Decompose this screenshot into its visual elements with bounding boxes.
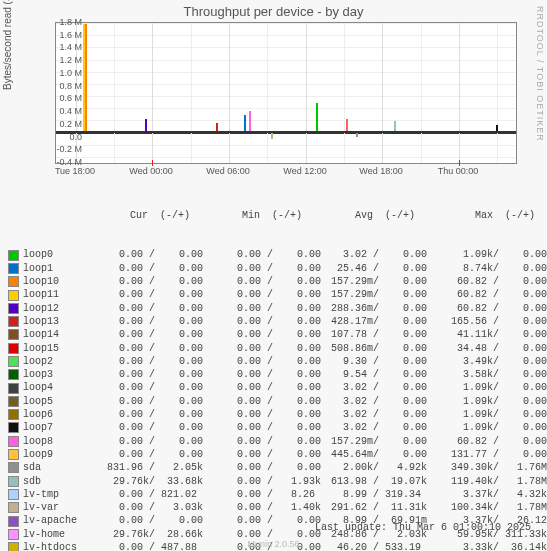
legend-name: loop13 — [23, 315, 101, 328]
col-header-min: Min (-/+) — [219, 209, 325, 222]
legend-avg: 613.98 / 19.07k — [325, 475, 445, 488]
rrdtool-watermark: RRDTOOL / TOBI OETIKER — [535, 6, 545, 142]
legend-swatch — [8, 516, 19, 527]
legend-min: 0.00 / 0.00 — [219, 355, 325, 368]
legend-swatch — [8, 476, 19, 487]
legend-row: lv-var 0.00 / 3.03k 0.00 / 1.40k 291.62 … — [8, 501, 547, 514]
legend-swatch — [8, 276, 19, 287]
legend-row: loop9 0.00 / 0.00 0.00 / 0.00 445.64m/ 0… — [8, 448, 547, 461]
legend-cur: 0.00 / 0.00 — [101, 355, 219, 368]
legend-min: 0.00 / 0.00 — [219, 448, 325, 461]
legend-cur: 0.00 / 0.00 — [101, 288, 219, 301]
legend-row: loop3 0.00 / 0.00 0.00 / 0.00 9.54 / 0.0… — [8, 368, 547, 381]
legend-name: loop4 — [23, 381, 101, 394]
legend-row: loop1 0.00 / 0.00 0.00 / 0.00 25.46 / 0.… — [8, 262, 547, 275]
legend-min: 0.00 / 0.00 — [219, 328, 325, 341]
x-tick-label: Wed 00:00 — [129, 166, 172, 176]
x-tick-label: Wed 12:00 — [283, 166, 326, 176]
legend-max: 1.09k/ 0.00 — [445, 381, 547, 394]
col-header-avg: Avg (-/+) — [325, 209, 445, 222]
legend-avg: 3.02 / 0.00 — [325, 421, 445, 434]
legend-swatch — [8, 316, 19, 327]
col-header-cur: Cur (-/+) — [101, 209, 219, 222]
legend-avg: 107.78 / 0.00 — [325, 328, 445, 341]
legend-min: 0.00 / 0.00 — [219, 408, 325, 421]
legend-cur: 0.00 / 0.00 — [101, 421, 219, 434]
legend-swatch — [8, 409, 19, 420]
legend-avg: 291.62 / 11.31k — [325, 501, 445, 514]
legend-swatch — [8, 396, 19, 407]
legend-swatch — [8, 369, 19, 380]
legend-swatch — [8, 329, 19, 340]
y-tick-label: -0.2 M — [42, 144, 82, 154]
legend-avg: 428.17m/ 0.00 — [325, 315, 445, 328]
legend-cur: 0.00 / 0.00 — [101, 262, 219, 275]
legend-max: 1.09k/ 0.00 — [445, 248, 547, 261]
col-header-max: Max (-/+) — [445, 209, 547, 222]
legend-cur: 0.00 / 0.00 — [101, 381, 219, 394]
y-tick-label: 0.2 M — [42, 119, 82, 129]
x-tick-label: Thu 00:00 — [438, 166, 479, 176]
legend-min: 0.00 / 0.00 — [219, 421, 325, 434]
legend-avg: 157.29m/ 0.00 — [325, 288, 445, 301]
legend-max: 1.09k/ 0.00 — [445, 408, 547, 421]
legend-cur: 0.00 / 0.00 — [101, 435, 219, 448]
legend-cur: 0.00 / 0.00 — [101, 315, 219, 328]
legend-swatch — [8, 436, 19, 447]
y-tick-label: 1.4 M — [42, 42, 82, 52]
legend-cur: 831.96 / 2.05k — [101, 461, 219, 474]
legend-max: 34.48 / 0.00 — [445, 342, 547, 355]
legend-min: 0.00 / 0.00 — [219, 381, 325, 394]
legend-avg: 157.29m/ 0.00 — [325, 275, 445, 288]
legend-table: Cur (-/+) Min (-/+) Avg (-/+) Max (-/+) … — [8, 182, 547, 551]
y-tick-label: 1.6 M — [42, 30, 82, 40]
legend-min: 0.00 / 0.00 — [219, 461, 325, 474]
legend-min: 0.00 / 0.00 — [219, 315, 325, 328]
legend-avg: 508.86m/ 0.00 — [325, 342, 445, 355]
legend-min: 0.00 / 0.00 — [219, 514, 325, 527]
legend-max: 60.82 / 0.00 — [445, 275, 547, 288]
legend-row: loop12 0.00 / 0.00 0.00 / 0.00 288.36m/ … — [8, 302, 547, 315]
legend-row: loop8 0.00 / 0.00 0.00 / 0.00 157.29m/ 0… — [8, 435, 547, 448]
legend-min: 0.00 / 0.00 — [219, 248, 325, 261]
legend-row: loop11 0.00 / 0.00 0.00 / 0.00 157.29m/ … — [8, 288, 547, 301]
y-tick-label: 0.8 M — [42, 81, 82, 91]
legend-cur: 0.00 / 0.00 — [101, 248, 219, 261]
x-tick-label: Wed 06:00 — [206, 166, 249, 176]
legend-swatch — [8, 290, 19, 301]
legend-avg: 3.02 / 0.00 — [325, 381, 445, 394]
legend-max: 3.58k/ 0.00 — [445, 368, 547, 381]
legend-name: loop12 — [23, 302, 101, 315]
legend-row: sdb 29.76k/ 33.68k 0.00 / 1.93k 613.98 /… — [8, 475, 547, 488]
legend-row: loop15 0.00 / 0.00 0.00 / 0.00 508.86m/ … — [8, 342, 547, 355]
legend-swatch — [8, 462, 19, 473]
legend-swatch — [8, 502, 19, 513]
legend-max: 119.40k/ 1.78M — [445, 475, 547, 488]
legend-name: lv-tmp — [23, 488, 101, 501]
legend-max: 60.82 / 0.00 — [445, 302, 547, 315]
legend-max: 60.82 / 0.00 — [445, 288, 547, 301]
legend-name: loop14 — [23, 328, 101, 341]
legend-max: 349.30k/ 1.76M — [445, 461, 547, 474]
legend-avg: 9.30 / 0.00 — [325, 355, 445, 368]
legend-row: loop4 0.00 / 0.00 0.00 / 0.00 3.02 / 0.0… — [8, 381, 547, 394]
legend-swatch — [8, 303, 19, 314]
x-tick-label: Wed 18:00 — [359, 166, 402, 176]
y-tick-label: 0.0 — [42, 132, 82, 142]
legend-min: 0.00 / 0.00 — [219, 275, 325, 288]
legend-name: loop2 — [23, 355, 101, 368]
legend-avg: 288.36m/ 0.00 — [325, 302, 445, 315]
legend-min: 0.00 / 0.00 — [219, 368, 325, 381]
legend-max: 3.37k/ 4.32k — [445, 488, 547, 501]
legend-min: 0.00 / 0.00 — [219, 288, 325, 301]
legend-cur: 0.00 / 3.03k — [101, 501, 219, 514]
legend-cur: 0.00 / 0.00 — [101, 328, 219, 341]
legend-name: loop10 — [23, 275, 101, 288]
legend-min: 0.00 / 8.26 — [219, 488, 325, 501]
legend-swatch — [8, 343, 19, 354]
munin-chart: Throughput per device - by day Bytes/sec… — [0, 0, 547, 551]
legend-swatch — [8, 356, 19, 367]
legend-avg: 3.02 / 0.00 — [325, 395, 445, 408]
legend-avg: 3.02 / 0.00 — [325, 408, 445, 421]
legend-cur: 0.00 / 0.00 — [101, 302, 219, 315]
